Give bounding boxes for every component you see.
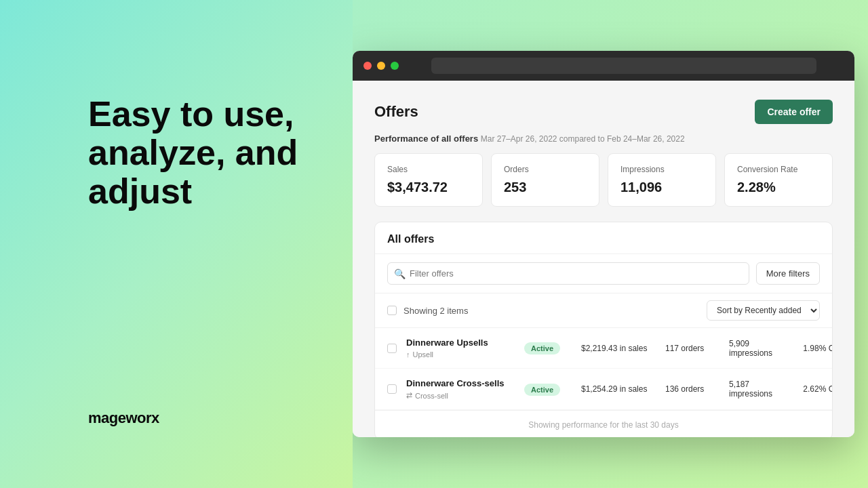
offer-cr-2: 2.62% CR [800,384,833,394]
stat-value-orders: 253 [504,180,587,195]
hero-text: Easy to use, analyze, and adjust [88,95,312,211]
showing-items: Showing 2 items [387,306,468,316]
search-input[interactable] [387,262,749,285]
browser-chrome [353,51,854,81]
create-offer-button[interactable]: Create offer [755,100,833,124]
offer-sales-1: $2,219.43 in sales [581,344,656,353]
offer-impressions-1: 5,909 impressions [729,339,790,358]
offer-row: Dinnerware Upsells ↑ Upsell Active $2,21… [375,328,832,369]
sort-dropdown[interactable]: Sort by Recently added [707,300,820,321]
offer-checkbox-1[interactable] [387,344,397,353]
stats-grid: Sales $3,473.72 Orders 253 Impressions 1… [374,153,833,207]
offer-orders-1: 117 orders [665,344,719,353]
upsell-icon: ↑ [406,350,410,359]
stat-value-impressions: 11,096 [620,180,703,195]
offer-row-2: Dinnerware Cross-sells ⇄ Cross-sell Acti… [375,369,832,410]
offers-header: Offers Create offer [374,100,833,124]
select-all-checkbox[interactable] [387,306,397,315]
offer-type-1: ↑ Upsell [406,350,515,359]
all-offers-title: All offers [375,222,832,254]
more-filters-button[interactable]: More filters [756,262,820,285]
offer-cr-1: 1.98% CR [800,344,833,353]
stat-card-impressions: Impressions 11,096 [608,153,716,207]
traffic-light-yellow[interactable] [377,62,385,70]
offer-orders-2: 136 orders [665,384,719,394]
stat-card-cr: Conversion Rate 2.28% [724,153,833,207]
stat-value-sales: $3,473.72 [387,180,470,195]
stat-label-orders: Orders [504,165,587,174]
brand-logo: mageworx [88,409,312,427]
offer-name-2: Dinnerware Cross-sells [406,378,515,388]
offer-type-2: ⇄ Cross-sell [406,391,515,400]
stat-card-orders: Orders 253 [491,153,599,207]
showing-count: Showing 2 items [403,306,468,316]
offer-info-2: Dinnerware Cross-sells ⇄ Cross-sell [406,378,515,400]
performance-label: Performance of all offers Mar 27–Apr 26,… [374,134,833,144]
crosssell-icon: ⇄ [406,391,412,400]
page-title: Offers [374,103,418,121]
left-panel: Easy to use, analyze, and adjust magewor… [0,0,353,488]
offer-type-label-1: Upsell [413,350,434,359]
hero-text-container: Easy to use, analyze, and adjust [88,41,312,211]
search-wrapper: 🔍 [387,262,749,285]
performance-title: Performance of all offers [374,134,478,144]
app-content: Offers Create offer Performance of all o… [353,81,854,437]
stat-label-sales: Sales [387,165,470,174]
offer-sales-2: $1,254.29 in sales [581,384,656,394]
stat-value-cr: 2.28% [737,180,820,195]
offer-status-2: Active [524,383,572,396]
stat-card-sales: Sales $3,473.72 [374,153,483,207]
filter-row: 🔍 More filters [375,254,832,293]
offer-status-1: Active [524,342,572,354]
stat-label-cr: Conversion Rate [737,165,820,174]
status-badge-1: Active [524,342,560,354]
right-panel: Offers Create offer Performance of all o… [353,0,868,488]
table-controls: Showing 2 items Sort by Recently added [375,293,832,328]
traffic-light-red[interactable] [363,62,372,70]
browser-window: Offers Create offer Performance of all o… [353,51,854,437]
offer-checkbox-2[interactable] [387,384,397,394]
offer-info-1: Dinnerware Upsells ↑ Upsell [406,338,515,359]
offer-name-1: Dinnerware Upsells [406,338,515,348]
search-icon: 🔍 [394,268,406,279]
all-offers-section: All offers 🔍 More filters Showing 2 item… [374,222,833,437]
url-bar[interactable] [431,58,816,74]
status-badge-2: Active [524,384,560,396]
traffic-light-green[interactable] [391,62,399,70]
offers-footer: Showing performance for the last 30 days [375,410,832,437]
offer-type-label-2: Cross-sell [415,392,448,400]
offer-impressions-2: 5,187 impressions [729,380,790,399]
performance-date-range: Mar 27–Apr 26, 2022 compared to Feb 24–M… [481,134,685,144]
stat-label-impressions: Impressions [620,165,703,174]
